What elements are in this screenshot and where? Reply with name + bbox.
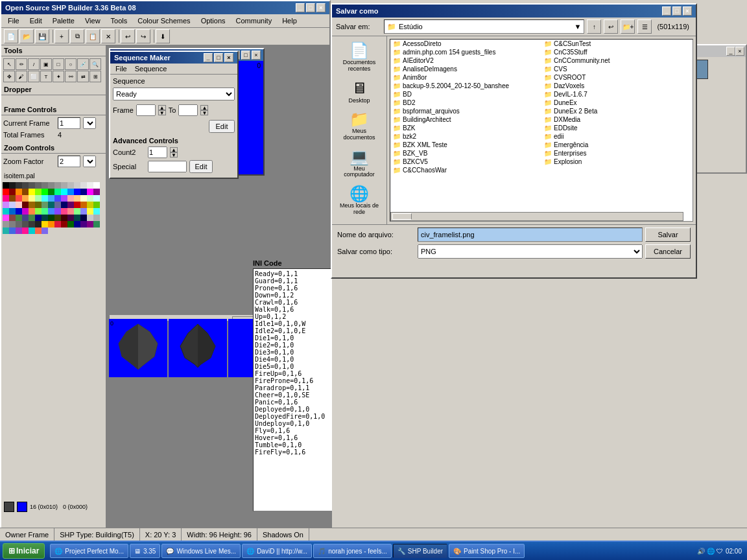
palette-cell[interactable] <box>35 221 42 228</box>
palette-cell[interactable] <box>54 189 61 195</box>
view-button[interactable]: ☰ <box>637 19 652 34</box>
palette-cell[interactable] <box>48 182 54 189</box>
file-item[interactable]: 📁BZKCV5 <box>390 158 541 166</box>
palette-cell[interactable] <box>35 208 42 215</box>
eraser-tool[interactable]: ⬜ <box>28 71 40 82</box>
palette-cell[interactable] <box>87 195 93 202</box>
palette-cell[interactable] <box>35 182 42 189</box>
seq-menu-sequence[interactable]: Sequence <box>132 64 170 73</box>
taskbar-item[interactable]: 🌐DaviD || http://w... <box>242 544 312 558</box>
seq-close-btn[interactable]: × <box>224 53 233 62</box>
preview-close[interactable]: × <box>735 47 744 56</box>
palette-cell[interactable] <box>93 221 100 228</box>
frame-from-down[interactable]: ▼ <box>158 110 166 115</box>
palette-cell[interactable] <box>80 182 87 189</box>
palette-cell[interactable] <box>48 221 54 228</box>
palette-cell[interactable] <box>9 221 16 228</box>
pencil-tool[interactable]: ✏ <box>16 58 27 70</box>
palette-cell[interactable] <box>61 189 67 195</box>
menu-community[interactable]: Community <box>232 16 276 26</box>
palette-cell[interactable] <box>29 195 35 202</box>
taskbar-item[interactable]: 🔧SHP Builder <box>393 544 447 558</box>
seq-menu-file[interactable]: File <box>113 64 130 73</box>
palette-cell[interactable] <box>3 208 9 215</box>
brush-tool[interactable]: 🖌 <box>16 71 27 82</box>
seq-edit-button[interactable]: Edit <box>209 120 235 133</box>
save-dialog-minimize[interactable]: _ <box>662 6 671 16</box>
seq-minimize-btn[interactable]: _ <box>204 53 213 62</box>
palette-cell[interactable] <box>9 182 16 189</box>
frame-1-canvas[interactable] <box>169 319 227 377</box>
palette-cell[interactable] <box>48 215 54 221</box>
palette-cell[interactable] <box>80 189 87 195</box>
zoom-tool[interactable]: 🔍 <box>89 58 101 70</box>
file-item[interactable]: 📁DevIL-1.6.7 <box>541 90 693 99</box>
palette-cell[interactable] <box>93 182 100 189</box>
palette-cell[interactable] <box>61 221 67 228</box>
maximize-button[interactable]: □ <box>306 3 315 12</box>
palette-cell[interactable] <box>87 215 93 221</box>
ellipse-tool[interactable]: ○ <box>65 58 77 70</box>
palette-cell[interactable] <box>61 208 67 215</box>
palette-cell[interactable] <box>35 215 42 221</box>
palette-cell[interactable] <box>80 208 87 215</box>
palette-cell[interactable] <box>22 215 29 221</box>
palette-cell[interactable] <box>74 195 80 202</box>
count2-input[interactable] <box>148 146 167 158</box>
palette-cell[interactable] <box>9 202 16 208</box>
close-button[interactable]: × <box>316 3 326 12</box>
palette-cell[interactable] <box>74 202 80 208</box>
wand-tool[interactable]: ✦ <box>53 71 64 82</box>
menu-tools[interactable]: Tools <box>107 16 132 26</box>
palette-cell[interactable] <box>74 221 80 228</box>
open-button[interactable]: 📂 <box>19 29 34 43</box>
palette-cell[interactable] <box>3 221 9 228</box>
sprite-close-btn[interactable]: × <box>252 51 261 60</box>
save-in-combo[interactable]: 📁 Estúdio ▼ <box>384 19 584 34</box>
palette-cell[interactable] <box>3 215 9 221</box>
palette-cell[interactable] <box>80 221 87 228</box>
fill-tool[interactable]: ▣ <box>40 58 52 70</box>
count2-down[interactable]: ▼ <box>170 152 178 158</box>
file-item[interactable]: 📁AnaliseDeImagens <box>390 65 541 73</box>
file-item[interactable]: 📁DazVoxels <box>541 82 693 90</box>
palette-cell[interactable] <box>42 215 48 221</box>
select-tool[interactable]: ↖ <box>3 58 15 70</box>
palette-cell[interactable] <box>35 228 42 234</box>
palette-cell[interactable] <box>93 215 100 221</box>
palette-cell[interactable] <box>48 208 54 215</box>
palette-cell[interactable] <box>16 228 22 234</box>
file-item[interactable]: 📁EDDsite <box>541 124 693 132</box>
replace-tool[interactable]: ⇄ <box>77 71 89 82</box>
ini-code-area[interactable]: Ready=0,1,1Guard=0,1,1Prone=0,1,6Down=0,… <box>253 268 332 511</box>
lasso-tool[interactable]: ⚯ <box>65 71 77 82</box>
file-item[interactable]: 📁admin.php.com 154 guests_files <box>390 48 541 56</box>
paste-frame-button[interactable]: 📋 <box>86 29 100 43</box>
palette-cell[interactable] <box>42 195 48 202</box>
text-tool[interactable]: T <box>40 71 52 82</box>
file-item[interactable]: 📁BZK XML Teste <box>390 141 541 149</box>
palette-cell[interactable] <box>9 215 16 221</box>
palette-cell[interactable] <box>3 202 9 208</box>
file-item[interactable]: 📁Enterprises <box>541 149 693 158</box>
palette-cell[interactable] <box>80 202 87 208</box>
file-item[interactable]: 📁BD <box>390 90 541 99</box>
palette-cell[interactable] <box>35 189 42 195</box>
palette-cell[interactable] <box>16 189 22 195</box>
current-frame-select[interactable] <box>83 117 96 129</box>
file-item[interactable]: 📁AcessoDireto <box>390 40 541 48</box>
network-icon[interactable]: 🌐 Meus locais derede <box>333 182 385 218</box>
current-frame-input[interactable] <box>58 117 80 129</box>
palette-cell[interactable] <box>67 215 74 221</box>
palette-cell[interactable] <box>29 182 35 189</box>
palette-cell[interactable] <box>67 182 74 189</box>
save-dialog-close[interactable]: × <box>683 6 692 16</box>
palette-cell[interactable] <box>67 195 74 202</box>
minimize-button[interactable]: _ <box>296 3 305 12</box>
dropper-tool[interactable]: 💉 <box>77 58 89 70</box>
new-folder-button[interactable]: 📁+ <box>621 19 635 34</box>
taskbar-item[interactable]: 🎨Paint Shop Pro - I... <box>449 544 525 558</box>
palette-cell[interactable] <box>29 215 35 221</box>
nav-up-button[interactable]: ↑ <box>587 19 601 34</box>
menu-options[interactable]: Options <box>197 16 230 26</box>
